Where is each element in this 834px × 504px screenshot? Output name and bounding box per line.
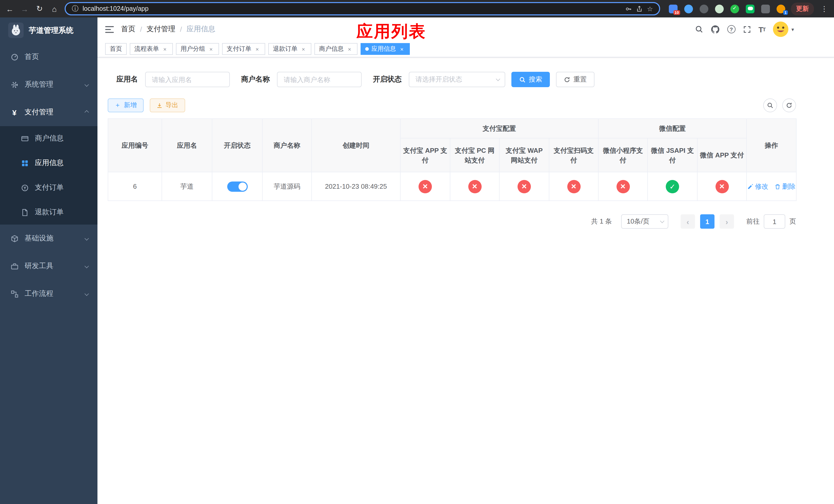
sidebar-item-label: 支付订单 [35, 183, 64, 192]
chrome-update-button[interactable]: 更新 [791, 2, 814, 15]
sidebar-item-label: 系统管理 [25, 80, 53, 89]
cell-status [212, 172, 262, 201]
sidebar-item-pay-order[interactable]: 支付订单 [0, 175, 97, 200]
page-number-1[interactable]: 1 [700, 214, 715, 229]
user-avatar-dropdown[interactable]: ▾ [773, 22, 794, 37]
sidebar-item-app-info[interactable]: 应用信息 [0, 151, 97, 175]
sidebar-item-system-mgmt[interactable]: 系统管理 [0, 71, 97, 98]
page-content: 应用名 商户名称 开启状态 请选择开启状态 搜索 重置 [97, 58, 834, 229]
sidebar-toggle-icon[interactable] [105, 25, 114, 33]
share-icon[interactable] [636, 5, 643, 12]
profile-avatar[interactable]: 1 [776, 4, 785, 13]
extension-icon[interactable] [730, 4, 739, 13]
forward-icon[interactable]: → [20, 4, 29, 13]
wechat-devtools-icon[interactable] [746, 4, 754, 13]
extension-icon[interactable] [684, 4, 693, 13]
col-status: 开启状态 [212, 119, 262, 172]
search-icon [767, 102, 773, 109]
sidebar-item-label: 首页 [25, 52, 39, 62]
edit-link[interactable]: 修改 [747, 182, 768, 191]
reset-button[interactable]: 重置 [556, 72, 594, 87]
tab-home[interactable]: 首页 [105, 43, 127, 55]
fullscreen-icon[interactable] [743, 25, 751, 33]
sidebar-item-label: 基础设施 [25, 234, 53, 243]
tab-refund-order[interactable]: 退款订单× [268, 43, 311, 55]
status-toggle[interactable] [227, 181, 247, 191]
close-icon[interactable]: × [254, 46, 261, 52]
font-size-icon[interactable]: TT [758, 25, 765, 33]
chevron-down-icon [85, 264, 89, 269]
extension-icon[interactable] [715, 4, 724, 13]
close-icon[interactable]: × [208, 46, 214, 52]
payment-submenu: 商户信息 应用信息 支付订单 [0, 126, 97, 225]
browser-menu-icon[interactable]: ⋮ [820, 5, 829, 13]
status-select[interactable]: 请选择开启状态 [409, 72, 505, 87]
pay-order-icon [21, 184, 29, 192]
export-button[interactable]: 导出 [150, 98, 185, 112]
search-icon[interactable] [695, 25, 703, 33]
sidebar-item-label: 研发工具 [25, 261, 53, 271]
cell-actions: 修改 删除 [747, 172, 796, 201]
sidebar-item-label: 支付管理 [25, 108, 53, 117]
home-icon[interactable]: ⌂ [50, 4, 59, 13]
add-button[interactable]: ＋ 新增 [108, 98, 144, 112]
total-count: 共 1 条 [591, 217, 612, 226]
reload-icon[interactable]: ↻ [35, 4, 44, 13]
refresh-icon [564, 76, 570, 83]
close-icon[interactable]: × [346, 46, 353, 52]
cell-created-at: 2021-10-23 08:49:25 [312, 172, 400, 201]
page-size-select[interactable]: 10条/页 [621, 214, 668, 229]
github-icon[interactable] [711, 25, 719, 33]
document-icon [21, 208, 29, 216]
tab-merchant-info[interactable]: 商户信息× [314, 43, 357, 55]
sidebar-item-refund-order[interactable]: 退款订单 [0, 200, 97, 225]
extensions-puzzle-icon[interactable] [761, 4, 770, 13]
breadcrumb-payment[interactable]: 支付管理 [147, 25, 175, 34]
yen-icon: ¥ [10, 108, 19, 116]
status-x-icon [518, 180, 531, 193]
url-bar[interactable]: ⓘ localhost:1024/pay/app ☆ [65, 2, 660, 15]
tab-app-info[interactable]: 应用信息× [360, 43, 410, 55]
help-icon[interactable]: ? [727, 25, 735, 33]
col-wechat-app: 微信 APP 支付 [697, 138, 747, 172]
sidebar-item-dev-tools[interactable]: 研发工具 [0, 252, 97, 280]
bookmark-star-icon[interactable]: ☆ [647, 5, 653, 13]
tab-pay-order[interactable]: 支付订单× [222, 43, 265, 55]
close-icon[interactable]: × [300, 46, 307, 52]
url-text[interactable]: localhost:1024/pay/app [83, 5, 621, 12]
password-key-icon[interactable] [626, 5, 632, 12]
extension-icon[interactable]: 10 [669, 4, 678, 13]
close-icon[interactable]: × [398, 46, 405, 52]
merchant-name-input[interactable] [277, 72, 361, 87]
sidebar-item-workflow[interactable]: 工作流程 [0, 280, 97, 307]
extension-icon[interactable] [700, 4, 708, 13]
sidebar-item-payment-mgmt[interactable]: ¥ 支付管理 [0, 98, 97, 126]
col-app-id: 应用编号 [108, 119, 162, 172]
search-button[interactable]: 搜索 [511, 72, 550, 87]
tab-user-group[interactable]: 用户分组× [176, 43, 219, 55]
sidebar-item-label: 工作流程 [25, 289, 53, 298]
breadcrumb-home[interactable]: 首页 [121, 25, 135, 34]
prev-page-button[interactable]: ‹ [681, 214, 695, 229]
close-icon[interactable]: × [161, 46, 168, 52]
back-icon[interactable]: ← [5, 4, 14, 13]
refresh-table-button[interactable] [782, 98, 796, 112]
cell-alipay-qr [549, 172, 598, 201]
tab-process-form[interactable]: 流程表单× [130, 43, 173, 55]
search-form: 应用名 商户名称 开启状态 请选择开启状态 搜索 重置 [108, 72, 796, 87]
toggle-search-button[interactable] [763, 98, 777, 112]
goto-page-input[interactable] [764, 214, 785, 229]
site-info-icon[interactable]: ⓘ [72, 4, 79, 13]
delete-link[interactable]: 删除 [774, 182, 795, 191]
col-created-at: 创建时间 [312, 119, 400, 172]
chevron-down-icon [660, 219, 664, 223]
col-alipay-qr: 支付宝扫码支付 [549, 138, 598, 172]
cell-merchant: 芋道源码 [262, 172, 312, 201]
app-name-input[interactable] [145, 72, 230, 87]
sidebar-item-home[interactable]: 首页 [0, 43, 97, 71]
sidebar-item-infra[interactable]: 基础设施 [0, 225, 97, 252]
col-actions: 操作 [747, 119, 796, 172]
chevron-down-icon [496, 77, 500, 81]
next-page-button[interactable]: › [720, 214, 734, 229]
sidebar-item-merchant-info[interactable]: 商户信息 [0, 126, 97, 151]
